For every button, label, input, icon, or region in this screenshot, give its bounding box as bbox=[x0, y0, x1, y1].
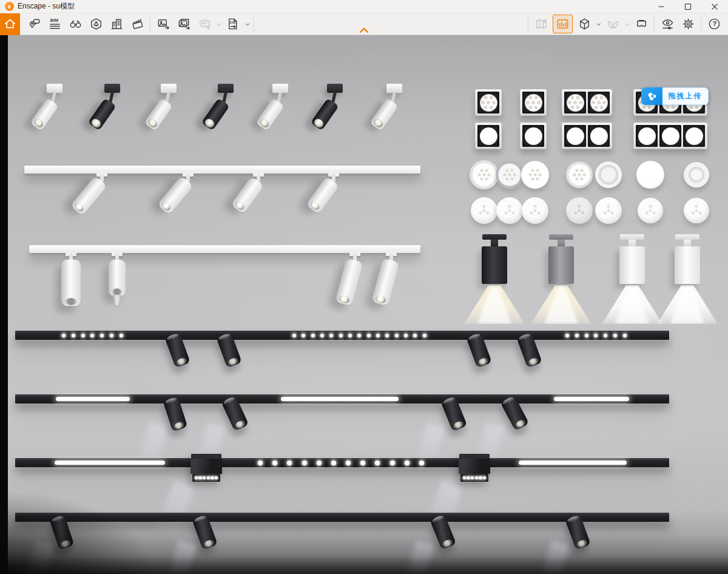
view-mode-cube-button[interactable] bbox=[574, 13, 595, 35]
light-cone bbox=[657, 285, 718, 324]
light-cone bbox=[602, 285, 662, 324]
lamp-cell bbox=[477, 125, 499, 147]
spotlight-head bbox=[144, 98, 173, 130]
led-dot bbox=[395, 334, 399, 337]
maximize-button[interactable] bbox=[675, 0, 701, 13]
saved-views-button[interactable] bbox=[65, 13, 86, 35]
recessed-grille-downlight bbox=[520, 89, 547, 116]
led-dot bbox=[575, 334, 579, 337]
video-editor-button[interactable] bbox=[127, 13, 147, 35]
linear-diffuser bbox=[519, 461, 627, 465]
lamp-cell bbox=[636, 125, 658, 147]
exe-export-dropdown[interactable] bbox=[243, 13, 251, 35]
minimap-button[interactable] bbox=[531, 13, 551, 35]
visual-settings-button[interactable] bbox=[657, 13, 678, 35]
toolbar-separator bbox=[701, 16, 701, 32]
led-dot bbox=[471, 476, 474, 480]
led-dot bbox=[292, 334, 296, 337]
grille-dot-strip bbox=[192, 474, 220, 482]
wall-spotlight bbox=[88, 84, 136, 147]
exe-export-button[interactable]: EXE bbox=[223, 13, 243, 35]
site-context-button[interactable] bbox=[106, 13, 127, 35]
asset-library-button[interactable] bbox=[86, 13, 106, 35]
render-image-icon bbox=[157, 17, 170, 31]
led-dot bbox=[475, 476, 479, 480]
recessed-grille-downlight bbox=[633, 123, 707, 149]
led-dot bbox=[404, 334, 408, 337]
led-dot bbox=[258, 461, 263, 465]
lamp-face bbox=[480, 127, 497, 145]
lamp-cell bbox=[683, 125, 705, 147]
close-button[interactable] bbox=[701, 0, 728, 13]
fly-mode-dropdown[interactable] bbox=[623, 13, 631, 35]
vr-headset-button[interactable] bbox=[631, 13, 652, 35]
vr-headset-icon bbox=[635, 17, 649, 31]
exe-file-icon: EXE bbox=[226, 17, 240, 31]
panorama-360-button[interactable]: 360° bbox=[194, 13, 215, 35]
toolbar-separator bbox=[528, 16, 528, 32]
led-dot bbox=[110, 334, 113, 337]
home-icon bbox=[3, 17, 17, 31]
round-downlight bbox=[470, 160, 499, 189]
exe-label: EXE bbox=[230, 21, 236, 24]
led-dot bbox=[72, 334, 75, 337]
lamp-face bbox=[525, 127, 542, 145]
lamp-face bbox=[638, 127, 656, 145]
render-preview-button[interactable] bbox=[553, 15, 573, 33]
led-dot bbox=[604, 334, 607, 337]
led-dot bbox=[594, 334, 598, 337]
render-viewport[interactable]: 拖拽上传 bbox=[0, 35, 728, 574]
pano-360-icon: 360° bbox=[198, 17, 212, 31]
binoculars-icon bbox=[69, 17, 83, 31]
round-downlight bbox=[595, 161, 622, 188]
collaboration-pin-button[interactable] bbox=[24, 13, 44, 35]
map-icon bbox=[534, 17, 548, 31]
round-downlight bbox=[471, 197, 497, 224]
close-icon bbox=[711, 3, 718, 10]
minimize-button[interactable] bbox=[648, 0, 675, 13]
led-dot bbox=[357, 334, 361, 337]
wall-spotlight bbox=[30, 84, 79, 147]
lamp-cell bbox=[588, 92, 610, 113]
panorama-dropdown[interactable] bbox=[215, 13, 223, 35]
lamp-face bbox=[662, 127, 679, 145]
led-dot bbox=[385, 334, 389, 337]
led-dot bbox=[211, 476, 214, 480]
pano-label: 360° bbox=[201, 21, 207, 25]
clapperboard-icon bbox=[130, 17, 144, 31]
batch-render-button[interactable] bbox=[174, 13, 194, 35]
toolbar-separator bbox=[254, 16, 254, 32]
fly-mode-button[interactable] bbox=[602, 13, 623, 35]
lamp-cell bbox=[659, 125, 681, 147]
led-dot bbox=[419, 461, 424, 465]
preview-frame-icon bbox=[556, 17, 570, 31]
settings-button[interactable] bbox=[678, 13, 698, 35]
grille-cap bbox=[191, 454, 221, 459]
spotlight-head bbox=[369, 98, 399, 130]
round-downlight bbox=[638, 198, 663, 223]
help-button[interactable]: ? bbox=[704, 13, 724, 35]
viewport-corner-shadow bbox=[0, 483, 170, 574]
track-adapter bbox=[620, 234, 644, 240]
led-dot bbox=[390, 461, 395, 465]
led-dot bbox=[467, 476, 470, 480]
view-mode-dropdown[interactable] bbox=[595, 13, 602, 35]
home-button[interactable] bbox=[0, 13, 20, 35]
folding-grille-light bbox=[458, 454, 491, 485]
led-dot bbox=[317, 461, 322, 465]
led-dot bbox=[203, 476, 206, 480]
led-dot bbox=[367, 334, 371, 337]
screenshot-export-button[interactable] bbox=[153, 13, 174, 35]
round-downlight bbox=[595, 197, 622, 224]
recessed-grille-downlight bbox=[475, 123, 502, 149]
main-toolbar: BIM bbox=[0, 13, 728, 35]
led-dot bbox=[81, 334, 85, 337]
bim-mode-button[interactable]: BIM bbox=[44, 13, 65, 35]
led-dot bbox=[320, 334, 324, 337]
led-dot bbox=[195, 476, 198, 480]
lamp-cell bbox=[522, 92, 544, 113]
led-dot bbox=[207, 476, 211, 480]
toolbar-collapse-chevron[interactable] bbox=[358, 27, 370, 34]
title-bar: e Enscape - su模型 bbox=[0, 0, 728, 13]
drag-upload-badge[interactable]: 拖拽上传 bbox=[641, 87, 709, 105]
